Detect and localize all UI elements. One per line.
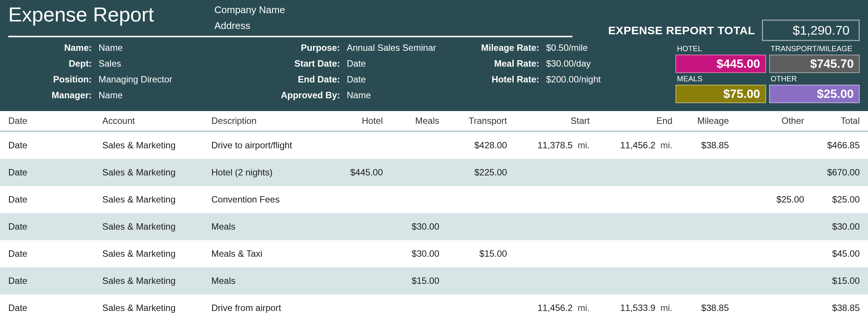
value-start-date: Date: [347, 58, 463, 69]
value-manager: Name: [99, 90, 249, 101]
label-mileage-rate: Mileage Rate:: [463, 43, 546, 53]
cell-start: [515, 186, 598, 213]
cell-total: $25.00: [812, 186, 868, 213]
value-meal-rate: $30.00/day: [546, 58, 640, 69]
col-start: Start: [515, 111, 598, 131]
cell-description: Meals: [203, 213, 331, 240]
table-header-row: Date Account Description Hotel Meals Tra…: [0, 111, 868, 131]
cell-meals: [391, 131, 448, 159]
cell-other: [737, 240, 812, 267]
cell-start: [515, 213, 598, 240]
cell-description: Meals & Taxi: [203, 240, 331, 267]
cat-meals-label: MEALS: [675, 75, 766, 83]
cell-meals: $30.00: [391, 213, 448, 240]
cell-end: [598, 213, 681, 240]
cell-end: [598, 186, 681, 213]
page-title: Expense Report: [8, 2, 211, 27]
value-mileage-rate: $0.50/mile: [546, 43, 640, 53]
cell-meals: $15.00: [391, 267, 448, 294]
cell-description: Hotel (2 nights): [203, 159, 331, 186]
cell-hotel: [331, 240, 391, 267]
cell-start: [515, 159, 598, 186]
value-dept: Sales: [99, 58, 249, 69]
cell-transport: $428.00: [448, 131, 515, 159]
cell-date: Date: [0, 159, 94, 186]
cell-meals: [391, 294, 448, 320]
cell-account: Sales & Marketing: [94, 186, 203, 213]
cell-hotel: $445.00: [331, 159, 391, 186]
cell-total: $30.00: [812, 213, 868, 240]
cell-end: 11,456.2 mi.: [598, 131, 681, 159]
cell-account: Sales & Marketing: [94, 267, 203, 294]
cell-end: 11,533.9 mi.: [598, 294, 681, 320]
cell-mileage: [681, 240, 737, 267]
value-purpose: Annual Sales Seminar: [347, 43, 463, 53]
cat-transport-label: TRANSPORT/MILEAGE: [769, 44, 860, 53]
cell-other: [737, 159, 812, 186]
cell-start: 11,456.2 mi.: [515, 294, 598, 320]
cell-total: $15.00: [812, 267, 868, 294]
cell-end: [598, 159, 681, 186]
cell-hotel: [331, 131, 391, 159]
cell-total: $45.00: [812, 240, 868, 267]
cell-description: Meals: [203, 267, 331, 294]
label-name: Name:: [8, 43, 99, 53]
col-total: Total: [812, 111, 868, 131]
cell-account: Sales & Marketing: [94, 213, 203, 240]
cell-hotel: [331, 186, 391, 213]
label-manager: Manager:: [8, 90, 99, 101]
col-account: Account: [94, 111, 203, 131]
label-dept: Dept:: [8, 58, 99, 69]
label-approved: Approved By:: [249, 90, 347, 101]
cell-transport: [448, 186, 515, 213]
cat-hotel-label: HOTEL: [675, 44, 766, 53]
cell-account: Sales & Marketing: [94, 159, 203, 186]
cat-transport-value: $745.70: [769, 55, 860, 73]
cell-start: [515, 267, 598, 294]
col-meals: Meals: [391, 111, 448, 131]
cell-total: $38.85: [812, 294, 868, 320]
cell-end: [598, 267, 681, 294]
label-position: Position:: [8, 74, 99, 85]
cell-transport: [448, 267, 515, 294]
label-start-date: Start Date:: [249, 58, 347, 69]
cell-date: Date: [0, 267, 94, 294]
table-row: DateSales & MarketingDrive from airport1…: [0, 294, 868, 320]
cell-mileage: [681, 159, 737, 186]
expense-table: Date Account Description Hotel Meals Tra…: [0, 111, 868, 320]
cell-transport: $225.00: [448, 159, 515, 186]
cell-meals: [391, 186, 448, 213]
cell-meals: $30.00: [391, 240, 448, 267]
company-name: Company Name: [214, 2, 285, 18]
value-position: Managing Director: [99, 74, 249, 85]
label-end-date: End Date:: [249, 74, 347, 85]
category-grid: HOTEL TRANSPORT/MILEAGE $445.00 $745.70 …: [675, 44, 860, 103]
cell-other: [737, 213, 812, 240]
company-address: Address: [214, 18, 285, 34]
cell-end: [598, 240, 681, 267]
cell-total: $466.85: [812, 131, 868, 159]
cell-date: Date: [0, 294, 94, 320]
cat-meals-value: $75.00: [675, 85, 766, 103]
cell-description: Drive to airport/flight: [203, 131, 331, 159]
col-hotel: Hotel: [331, 111, 391, 131]
grand-total-label: EXPENSE REPORT TOTAL: [608, 24, 755, 37]
cell-date: Date: [0, 186, 94, 213]
cell-mileage: $38.85: [681, 131, 737, 159]
col-transport: Transport: [448, 111, 515, 131]
cell-account: Sales & Marketing: [94, 131, 203, 159]
table-row: DateSales & MarketingMeals$30.00$30.00: [0, 213, 868, 240]
cell-other: [737, 131, 812, 159]
cell-mileage: [681, 213, 737, 240]
cell-mileage: [681, 267, 737, 294]
table-row: DateSales & MarketingConvention Fees$25.…: [0, 186, 868, 213]
col-other: Other: [737, 111, 812, 131]
cell-hotel: [331, 213, 391, 240]
title-divider: [8, 36, 572, 37]
cat-other-value: $25.00: [769, 85, 860, 103]
cell-date: Date: [0, 240, 94, 267]
label-hotel-rate: Hotel Rate:: [463, 74, 546, 85]
cell-hotel: [331, 267, 391, 294]
cell-start: 11,378.5 mi.: [515, 131, 598, 159]
value-name: Name: [99, 43, 249, 53]
